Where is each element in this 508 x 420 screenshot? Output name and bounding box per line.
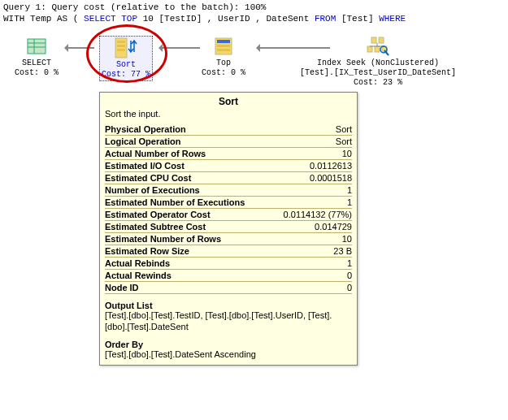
operator-tooltip: Sort Sort the input. Physical OperationS… [99, 92, 358, 366]
tooltip-row-value: 0.0114132 (77%) [267, 209, 352, 221]
svg-rect-10 [217, 45, 230, 47]
tooltip-row: Actual Rebinds1 [105, 258, 352, 270]
index-seek-icon [366, 36, 390, 57]
tooltip-row-value: 0.014729 [267, 221, 352, 233]
op-label: Index Seek (NonClustered) [317, 58, 439, 67]
tooltip-row: Physical OperationSort [105, 123, 352, 136]
op-label: Top [216, 58, 231, 67]
svg-rect-5 [117, 41, 125, 43]
sql-table: [Test] [336, 14, 379, 24]
svg-rect-7 [117, 49, 125, 51]
tooltip-row: Estimated Number of Rows10 [105, 233, 352, 245]
tooltip-row-key: Estimated Number of Rows [105, 233, 267, 245]
header-line1-prefix: Query 1: Query cost (relative to the bat… [3, 2, 245, 12]
svg-rect-12 [371, 37, 376, 43]
top-icon [213, 36, 234, 57]
sort-icon [115, 37, 137, 58]
tooltip-row-key: Estimated I/O Cost [105, 160, 267, 172]
svg-rect-0 [28, 39, 46, 54]
tooltip-row-value: 1 [267, 184, 352, 197]
tooltip-row: Logical OperationSort [105, 136, 352, 148]
tooltip-row-value: 10 [267, 233, 352, 245]
plan-op-sort[interactable]: Sort Cost: 77 % [85, 36, 167, 81]
op-cost: Cost: 0 % [0, 68, 77, 78]
tooltip-row-value: Sort [267, 123, 352, 136]
tooltip-row: Node ID0 [105, 282, 352, 294]
tooltip-row-key: Number of Executions [105, 184, 267, 197]
tooltip-title: Sort [105, 96, 352, 107]
op-cost: Cost: 0 % [183, 68, 264, 78]
tooltip-row-key: Logical Operation [105, 136, 267, 148]
sql-cols: [TestID] , UserID , DateSent [154, 14, 315, 24]
tooltip-row: Estimated Operator Cost0.0114132 (77%) [105, 209, 352, 221]
query-header: Query 1: Query cost (relative to the bat… [0, 0, 508, 28]
sql-from: FROM [315, 14, 336, 24]
tooltip-row: Estimated Row Size23 B [105, 245, 352, 258]
tooltip-row-value: 0 [267, 282, 352, 294]
tooltip-row: Estimated Number of Executions1 [105, 197, 352, 209]
tooltip-row-value: 1 [267, 258, 352, 270]
op-detail: [Test].[IX_Test_UserID_DateSent] [300, 68, 456, 77]
tooltip-row: Number of Executions1 [105, 184, 352, 197]
tooltip-row: Actual Number of Rows10 [105, 148, 352, 160]
svg-rect-9 [217, 40, 230, 43]
sql-topn: 10 [143, 14, 154, 24]
tooltip-row-key: Estimated Number of Executions [105, 197, 267, 209]
tooltip-row-key: Estimated Operator Cost [105, 209, 267, 221]
tooltip-row: Actual Rewinds0 [105, 270, 352, 282]
tooltip-output-title: Output List [105, 301, 352, 310]
tooltip-row-value: 1 [267, 197, 352, 209]
svg-rect-15 [375, 46, 380, 52]
tooltip-row-value: 0 [267, 270, 352, 282]
tooltip-orderby-title: Order By [105, 340, 352, 349]
plan-op-select[interactable]: SELECT Cost: 0 % [0, 36, 77, 78]
svg-rect-13 [379, 37, 384, 43]
tooltip-row: Estimated Subtree Cost0.014729 [105, 221, 352, 233]
plan-op-top[interactable]: Top Cost: 0 % [183, 36, 264, 78]
tooltip-row-key: Actual Number of Rows [105, 148, 267, 160]
tooltip-description: Sort the input. [105, 109, 352, 119]
tooltip-row-key: Estimated Subtree Cost [105, 221, 267, 233]
tooltip-row-value: 0.0112613 [267, 160, 352, 172]
tooltip-row-key: Physical Operation [105, 123, 267, 136]
tooltip-row-key: Actual Rebinds [105, 258, 267, 270]
sql-select-top: SELECT TOP [84, 14, 143, 24]
tooltip-row-value: 0.0001518 [267, 172, 352, 184]
tooltip-row-key: Actual Rewinds [105, 270, 267, 282]
op-label: SELECT [22, 58, 51, 67]
plan-op-index-seek[interactable]: Index Seek (NonClustered) [Test].[IX_Tes… [289, 36, 467, 88]
tooltip-row-key: Node ID [105, 282, 267, 294]
op-cost: Cost: 77 % [102, 70, 150, 80]
sql-with: WITH Temp AS ( [3, 14, 84, 24]
header-line1-pct: 100% [245, 2, 266, 12]
svg-rect-6 [117, 45, 125, 47]
select-icon [26, 36, 47, 57]
tooltip-output-body: [Test].[dbo].[Test].TestID, [Test].[dbo]… [105, 310, 352, 333]
tooltip-row: Estimated I/O Cost0.0112613 [105, 160, 352, 172]
tooltip-properties-table: Physical OperationSortLogical OperationS… [105, 123, 352, 294]
tooltip-row-value: 10 [267, 148, 352, 160]
svg-rect-11 [217, 49, 230, 51]
query-header-line1: Query 1: Query cost (relative to the bat… [3, 2, 505, 13]
query-header-line2: WITH Temp AS ( SELECT TOP 10 [TestID] , … [3, 13, 505, 24]
tooltip-row-key: Estimated Row Size [105, 245, 267, 258]
tooltip-row-value: Sort [267, 136, 352, 148]
sql-where: WHERE [379, 14, 406, 24]
op-label: Sort [116, 60, 136, 69]
execution-plan-canvas[interactable]: SELECT Cost: 0 % Sort Cost: 77 % Top Cos… [0, 28, 508, 93]
tooltip-row-value: 23 B [267, 245, 352, 258]
svg-rect-14 [367, 46, 372, 52]
tooltip-row: Estimated CPU Cost0.0001518 [105, 172, 352, 184]
op-cost: Cost: 23 % [289, 78, 467, 88]
tooltip-orderby-body: [Test].[dbo].[Test].DateSent Ascending [105, 349, 352, 361]
tooltip-row-key: Estimated CPU Cost [105, 172, 267, 184]
